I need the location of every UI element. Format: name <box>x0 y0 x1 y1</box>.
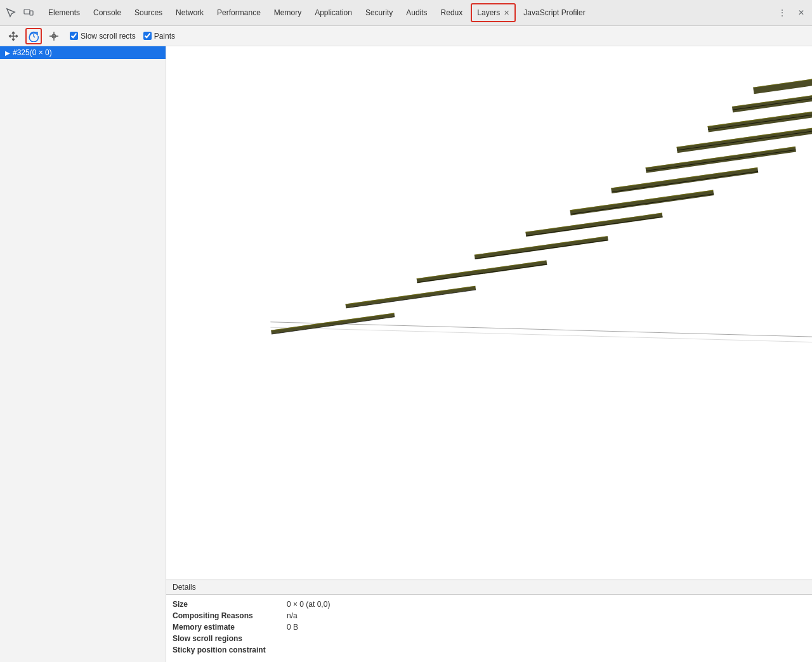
tab-js-profiler[interactable]: JavaScript Profiler <box>517 0 592 26</box>
tab-redux[interactable]: Redux <box>435 0 470 26</box>
detail-label-compositing: Compositing Reasons <box>173 611 287 620</box>
detail-label-slow-scroll: Slow scroll regions <box>173 634 287 643</box>
detail-label-sticky: Sticky position constraint <box>173 646 287 654</box>
tab-elements[interactable]: Elements <box>42 0 87 26</box>
paints-checkbox[interactable] <box>143 32 152 40</box>
device-toggle-icon[interactable] <box>20 4 37 21</box>
sidebar-item-root[interactable]: ▶ #325(0 × 0) <box>0 46 166 59</box>
detail-value-size: 0 × 0 (at 0,0) <box>287 600 330 609</box>
pan-tool-button[interactable] <box>5 28 22 44</box>
layers-sidebar: ▶ #325(0 × 0) <box>0 46 166 662</box>
tab-bar: Elements Console Sources Network Perform… <box>0 0 812 26</box>
paints-group: Paints <box>143 32 175 41</box>
detail-label-memory: Memory estimate <box>173 623 287 632</box>
more-tabs-button[interactable]: ⋮ <box>774 4 790 21</box>
svg-rect-6 <box>271 313 394 330</box>
svg-line-36 <box>646 150 796 171</box>
svg-rect-15 <box>570 190 714 216</box>
tab-audits[interactable]: Audits <box>400 0 434 26</box>
content-area: ▶ #325(0 × 0) <box>0 46 812 662</box>
detail-row-memory: Memory estimate 0 B <box>173 623 806 632</box>
main-layout: Slow scroll rects Paints ▶ #325(0 × 0) <box>0 26 812 662</box>
svg-rect-18 <box>611 167 757 189</box>
tab-network[interactable]: Network <box>169 0 211 26</box>
svg-rect-16 <box>570 190 713 211</box>
tab-performance[interactable]: Performance <box>211 0 268 26</box>
detail-row-slow-scroll: Slow scroll regions <box>173 634 806 643</box>
svg-line-35 <box>612 171 758 191</box>
tab-overflow-area: ⋮ ✕ <box>774 4 809 21</box>
detail-value-memory: 0 B <box>287 623 298 632</box>
svg-rect-0 <box>24 10 30 14</box>
detail-row-compositing: Compositing Reasons n/a <box>173 611 806 620</box>
tab-console[interactable]: Console <box>87 0 128 26</box>
layers-tab-close[interactable]: ✕ <box>504 9 509 17</box>
detail-label-size: Size <box>173 600 287 609</box>
layers-canvas[interactable] <box>166 46 812 580</box>
detail-row-size: Size 0 × 0 (at 0,0) <box>173 600 806 609</box>
svg-rect-17 <box>611 167 758 193</box>
svg-rect-27 <box>753 64 812 94</box>
slow-scroll-rects-label[interactable]: Slow scroll rects <box>81 32 136 41</box>
details-table: Size 0 × 0 (at 0,0) Compositing Reasons … <box>166 595 812 662</box>
svg-line-29 <box>272 317 395 334</box>
svg-rect-20 <box>646 146 796 168</box>
tab-layers[interactable]: Layers ✕ <box>471 3 516 22</box>
tab-memory[interactable]: Memory <box>268 0 308 26</box>
tab-security[interactable]: Security <box>359 0 400 26</box>
svg-line-33 <box>526 217 662 236</box>
svg-rect-14 <box>525 213 662 233</box>
svg-rect-10 <box>417 260 547 279</box>
svg-line-34 <box>570 194 714 214</box>
canvas-area: Details Size 0 × 0 (at 0,0) Compositing … <box>166 46 812 662</box>
detail-value-compositing: n/a <box>287 611 298 620</box>
svg-rect-8 <box>345 286 475 305</box>
svg-rect-1 <box>30 11 33 15</box>
svg-line-3 <box>270 322 812 337</box>
details-panel: Details Size 0 × 0 (at 0,0) Compositing … <box>166 580 812 662</box>
close-devtools-button[interactable]: ✕ <box>793 4 809 21</box>
svg-rect-12 <box>475 236 608 256</box>
select-element-icon[interactable] <box>3 4 19 21</box>
svg-line-30 <box>346 290 476 308</box>
devtools-mode-icons <box>3 4 37 21</box>
slow-scroll-rects-group: Slow scroll rects <box>70 32 136 41</box>
slow-scroll-rects-checkbox[interactable] <box>70 32 78 40</box>
tab-sources[interactable]: Sources <box>128 0 169 26</box>
layers-toolbar: Slow scroll rects Paints <box>0 26 812 46</box>
details-header: Details <box>166 580 812 595</box>
svg-rect-19 <box>646 146 796 173</box>
svg-line-31 <box>417 264 547 283</box>
tab-application[interactable]: Application <box>308 0 359 26</box>
move-tool-button[interactable] <box>46 28 62 44</box>
detail-row-sticky: Sticky position constraint <box>173 646 806 654</box>
layer-visualization <box>166 46 812 557</box>
svg-line-32 <box>475 240 608 259</box>
rotate-tool-button[interactable] <box>25 28 42 44</box>
expand-arrow: ▶ <box>5 49 10 56</box>
paints-label[interactable]: Paints <box>154 32 175 41</box>
